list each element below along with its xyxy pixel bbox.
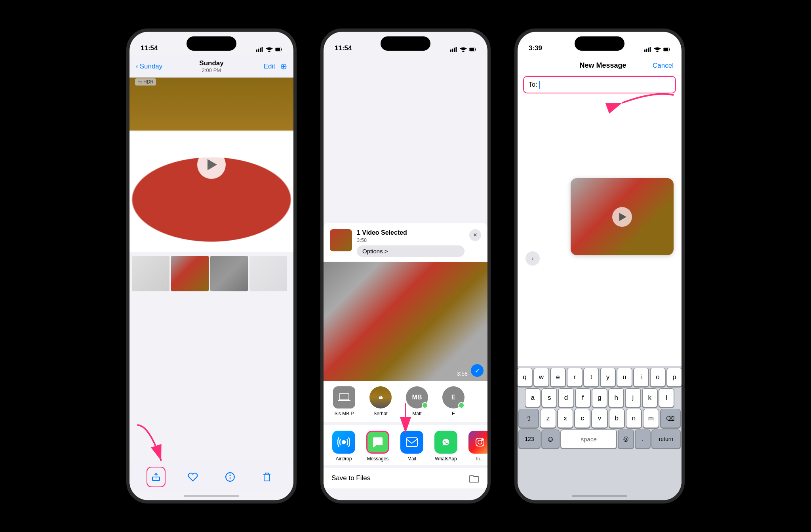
- key-v[interactable]: v: [592, 409, 607, 428]
- whatsapp-label: WhatsApp: [435, 456, 457, 462]
- key-d[interactable]: d: [559, 389, 573, 407]
- back-button[interactable]: ‹ Sunday: [136, 63, 162, 70]
- key-s[interactable]: s: [542, 389, 556, 407]
- contact-name-serhat: Serhat: [373, 411, 387, 416]
- home-indicator-1: [184, 495, 239, 497]
- key-emoji[interactable]: ☺: [542, 430, 559, 448]
- messages-label: Messages: [367, 456, 389, 462]
- time-2: 11:54: [335, 44, 352, 52]
- key-a[interactable]: a: [525, 389, 540, 407]
- trash-icon: [262, 472, 272, 482]
- key-c[interactable]: c: [575, 409, 590, 428]
- contact-serhat[interactable]: 🏔 Serhat: [366, 386, 395, 416]
- thumb-3[interactable]: [210, 256, 248, 291]
- video-attachment[interactable]: [571, 178, 674, 255]
- thumb-2[interactable]: [171, 256, 209, 291]
- hdr-badge: ▭ HDR: [135, 78, 156, 86]
- battery-icon-3: [663, 47, 670, 52]
- key-w[interactable]: w: [534, 368, 548, 386]
- share-box[interactable]: [147, 467, 166, 487]
- contact-avatar-serhat: 🏔: [369, 386, 392, 408]
- key-123[interactable]: 123: [519, 430, 540, 448]
- msg-video-bg: [571, 178, 674, 255]
- key-space[interactable]: space: [561, 430, 616, 448]
- nav-time: 2:00 PM: [199, 67, 223, 73]
- key-o[interactable]: o: [651, 368, 665, 386]
- dynamic-island-1: [187, 36, 236, 51]
- key-m[interactable]: m: [643, 409, 658, 428]
- airdrop-waves-icon: [337, 436, 350, 448]
- share-header: 1 Video Selected 3:58 Options > ×: [324, 223, 487, 262]
- svg-point-19: [342, 441, 345, 444]
- key-t[interactable]: t: [584, 368, 598, 386]
- close-button[interactable]: ×: [469, 229, 481, 241]
- key-at[interactable]: @: [619, 430, 633, 448]
- key-y[interactable]: y: [601, 368, 615, 386]
- phone-2: 11:54 1 Video Selected 3:58 Options >: [320, 28, 491, 504]
- app-messages[interactable]: Messages: [364, 431, 392, 462]
- thumb-1[interactable]: [132, 256, 169, 291]
- key-e[interactable]: e: [551, 368, 565, 386]
- keyboard: q w e r t y u i o p a s d f g h j k: [518, 366, 682, 500]
- expand-button[interactable]: ›: [525, 251, 540, 266]
- kb-row-4: 123 ☺ space @ . return: [518, 428, 682, 450]
- airdrop-icon: [332, 431, 355, 454]
- key-f[interactable]: f: [576, 389, 590, 407]
- svg-rect-28: [648, 48, 649, 52]
- play-button-1[interactable]: [197, 150, 226, 179]
- key-period[interactable]: .: [636, 430, 650, 448]
- msg-play-button[interactable]: [612, 207, 632, 227]
- key-r[interactable]: r: [567, 368, 582, 386]
- key-j[interactable]: j: [626, 389, 640, 407]
- svg-rect-2: [260, 48, 261, 52]
- app-mail[interactable]: Mail: [398, 431, 426, 462]
- options-button[interactable]: Options >: [357, 245, 465, 257]
- laptop-icon: [338, 392, 350, 403]
- dynamic-island-2: [381, 36, 430, 51]
- instagram-icon: [468, 431, 487, 454]
- key-i[interactable]: i: [634, 368, 648, 386]
- svg-rect-27: [646, 49, 647, 52]
- contact-e[interactable]: E E: [439, 386, 468, 416]
- heart-btn[interactable]: [183, 467, 202, 486]
- more-button[interactable]: ⊕: [280, 61, 287, 72]
- share-sheet: 1 Video Selected 3:58 Options > × ✓ 3:58: [324, 223, 487, 500]
- msg-play-triangle: [619, 213, 626, 221]
- key-x[interactable]: x: [558, 409, 573, 428]
- key-b[interactable]: b: [609, 409, 624, 428]
- video-main[interactable]: [129, 78, 293, 252]
- key-h[interactable]: h: [609, 389, 623, 407]
- key-g[interactable]: g: [592, 389, 607, 407]
- svg-rect-18: [339, 393, 349, 400]
- contact-initials-matt: MB: [412, 394, 422, 401]
- share-video-preview[interactable]: ✓ 3:58: [324, 262, 487, 381]
- trash-btn[interactable]: [257, 467, 276, 486]
- app-instagram[interactable]: In...: [466, 431, 487, 462]
- contact-smb[interactable]: S's MB P: [330, 386, 358, 416]
- key-return[interactable]: return: [652, 430, 680, 448]
- phone1-screen: 11:54 ‹ Sunday Sunday 2:00 PM Edit ⊕: [129, 32, 293, 500]
- thumbnail-strip[interactable]: [129, 252, 293, 295]
- messages-bubble-icon: [371, 436, 384, 448]
- key-delete[interactable]: ⌫: [661, 409, 680, 428]
- thumb-4[interactable]: [249, 256, 287, 291]
- key-shift[interactable]: ⇧: [519, 409, 538, 428]
- cancel-button-msg[interactable]: Cancel: [653, 62, 674, 70]
- key-q[interactable]: q: [518, 368, 532, 386]
- info-btn[interactable]: [221, 467, 240, 486]
- key-n[interactable]: n: [626, 409, 641, 428]
- edit-button[interactable]: Edit: [264, 63, 275, 70]
- key-k[interactable]: k: [643, 389, 657, 407]
- app-whatsapp[interactable]: WhatsApp: [432, 431, 460, 462]
- key-l[interactable]: l: [659, 389, 674, 407]
- wifi-icon-2: [460, 47, 467, 52]
- share-toolbar-btn[interactable]: [147, 467, 166, 486]
- to-field[interactable]: To:: [523, 76, 676, 93]
- svg-rect-26: [644, 49, 645, 52]
- key-z[interactable]: z: [541, 409, 555, 428]
- save-row[interactable]: Save to Files: [324, 468, 487, 488]
- key-p[interactable]: p: [667, 368, 682, 386]
- key-u[interactable]: u: [617, 368, 632, 386]
- app-airdrop[interactable]: AirDrop: [330, 431, 358, 462]
- contact-matt[interactable]: MB Matt: [403, 386, 431, 416]
